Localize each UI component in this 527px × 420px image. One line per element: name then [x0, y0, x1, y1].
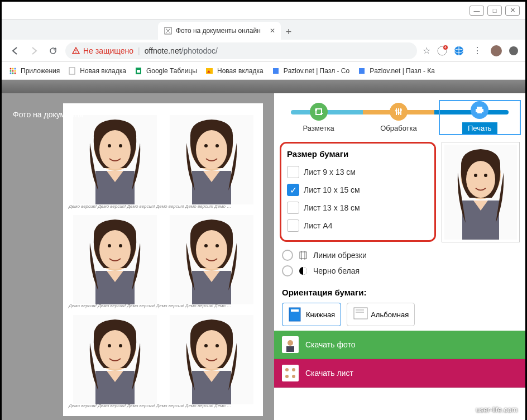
- site-watermark: user-life.com: [476, 405, 518, 414]
- svg-point-40: [108, 244, 111, 247]
- apps-button[interactable]: Приложения: [8, 66, 60, 75]
- svg-point-69: [400, 109, 402, 111]
- svg-point-14: [15, 70, 16, 71]
- minimize-button[interactable]: —: [469, 6, 484, 16]
- download-sheet-button[interactable]: Скачать лист: [274, 359, 525, 388]
- bookmark-item[interactable]: Pazlov.net | Пазл - Со: [271, 66, 349, 75]
- svg-point-68: [397, 112, 400, 114]
- puzzle-icon: [271, 66, 280, 75]
- svg-point-58: [204, 344, 208, 347]
- orientation-landscape[interactable]: Альбомная: [347, 303, 415, 326]
- close-button[interactable]: ✕: [505, 6, 520, 16]
- svg-rect-91: [283, 366, 298, 380]
- checkbox-checked-icon: ✓: [287, 184, 299, 196]
- bw-icon: [298, 265, 309, 276]
- watermark-text: Демо версия! Демо версия! Демо версия! Д…: [69, 303, 161, 308]
- landscape-icon: [353, 307, 366, 322]
- svg-point-15: [10, 72, 12, 74]
- extension-icon[interactable]: 4: [437, 46, 447, 56]
- paper-size-option[interactable]: Лист А4: [287, 217, 429, 235]
- svg-point-8: [509, 46, 518, 55]
- svg-point-13: [12, 70, 14, 71]
- step-print[interactable]: Печать: [439, 100, 521, 135]
- bookmark-item[interactable]: Новая вкладка: [68, 66, 126, 75]
- svg-rect-84: [291, 309, 299, 312]
- portrait-icon: [288, 307, 301, 322]
- tab-close-icon[interactable]: ✕: [270, 27, 275, 35]
- not-secure-warning: Не защищено: [72, 46, 133, 55]
- paper-size-option[interactable]: Лист 13 x 18 см: [287, 199, 429, 217]
- svg-point-39: [99, 230, 131, 269]
- svg-point-35: [215, 144, 219, 147]
- svg-rect-20: [137, 70, 140, 73]
- svg-rect-24: [359, 68, 365, 74]
- crop-lines-icon: [298, 250, 309, 261]
- svg-point-75: [466, 161, 495, 198]
- svg-point-41: [119, 244, 122, 247]
- svg-point-95: [292, 375, 295, 378]
- photo-cell: Демо версия! Демо версия! Демо версия! Д…: [69, 211, 161, 309]
- svg-point-52: [108, 344, 111, 347]
- svg-point-77: [484, 174, 487, 177]
- photo-cell: [165, 111, 257, 209]
- url-domain: offnote.net: [145, 46, 181, 55]
- wizard-steps: Разметка Обработка Печать: [274, 93, 525, 142]
- bookmark-item[interactable]: Pazlov.net | Пазл - Ка: [357, 66, 435, 75]
- photo-thumb-icon: [282, 336, 299, 353]
- photo-cell: [165, 211, 257, 309]
- svg-point-47: [215, 244, 219, 247]
- extension-dot-icon[interactable]: [509, 46, 519, 56]
- svg-rect-79: [300, 252, 306, 259]
- svg-rect-85: [354, 308, 367, 319]
- svg-point-7: [491, 45, 502, 56]
- svg-point-11: [15, 68, 16, 69]
- step-crop[interactable]: Разметка: [279, 103, 358, 132]
- paper-size-section: Размер бумаги Лист 9 x 13 см ✓Лист 10 x …: [280, 142, 436, 242]
- watermark-text: Демо версия! Демо версия! Демо версия! Д…: [69, 403, 161, 408]
- svg-point-93: [292, 368, 295, 371]
- svg-point-57: [196, 330, 227, 369]
- svg-rect-72: [477, 111, 482, 113]
- browser-tab[interactable]: Фото на документы онлайн ✕: [158, 22, 281, 40]
- watermark-text: Демо версия! Демо версия! Демо версия! Д…: [69, 204, 161, 209]
- checkbox-icon: [287, 166, 299, 178]
- print-sheet: Демо версия! Демо версия! Демо версия! Д…: [63, 103, 263, 416]
- new-tab-button[interactable]: +: [281, 24, 296, 40]
- back-button[interactable]: [8, 44, 22, 58]
- bookmark-item[interactable]: Google Таблицы: [134, 66, 197, 75]
- crop-lines-option[interactable]: Линии обрезки: [282, 247, 518, 263]
- paper-size-option[interactable]: Лист 9 x 13 см: [287, 163, 429, 181]
- svg-rect-21: [206, 68, 213, 74]
- bookmark-item[interactable]: Новая вкладка: [205, 66, 264, 75]
- step-process[interactable]: Обработка: [358, 103, 438, 132]
- orientation-portrait[interactable]: Книжная: [282, 303, 341, 326]
- svg-point-46: [204, 244, 208, 247]
- url-field[interactable]: Не защищено | offnote.net/photodoc/: [65, 42, 417, 59]
- bookmark-star-icon[interactable]: ☆: [423, 45, 430, 56]
- svg-point-53: [119, 344, 122, 347]
- download-photo-button[interactable]: Скачать фото: [274, 331, 525, 359]
- checkbox-icon: [287, 219, 299, 232]
- bookmarks-bar: Приложения Новая вкладка Google Таблицы …: [2, 62, 525, 80]
- profile-avatar[interactable]: [491, 45, 502, 56]
- svg-point-92: [285, 368, 289, 371]
- orientation-title: Ориентация бумаги:: [274, 284, 525, 300]
- photo-cell: Демо версия! Демо версия! Демо версия! Д…: [69, 311, 161, 408]
- preview-thumbnail: [442, 142, 520, 242]
- tab-title: Фото на документы онлайн: [176, 27, 261, 35]
- svg-point-16: [12, 72, 14, 74]
- maximize-button[interactable]: □: [487, 6, 502, 16]
- svg-rect-90: [286, 346, 294, 352]
- menu-icon[interactable]: ⋮: [471, 44, 484, 58]
- paper-size-option[interactable]: ✓Лист 10 x 15 см: [287, 181, 429, 199]
- svg-point-94: [285, 375, 289, 378]
- reload-button[interactable]: [46, 44, 60, 58]
- apps-icon: [8, 66, 17, 75]
- app-header-strip: Свернуть: [2, 80, 525, 93]
- bw-option[interactable]: Черно белая: [282, 263, 518, 279]
- globe-icon[interactable]: [454, 46, 464, 56]
- forward-button[interactable]: [27, 44, 41, 58]
- photo-cell: [165, 311, 257, 408]
- svg-point-76: [474, 174, 477, 177]
- svg-rect-70: [477, 107, 482, 109]
